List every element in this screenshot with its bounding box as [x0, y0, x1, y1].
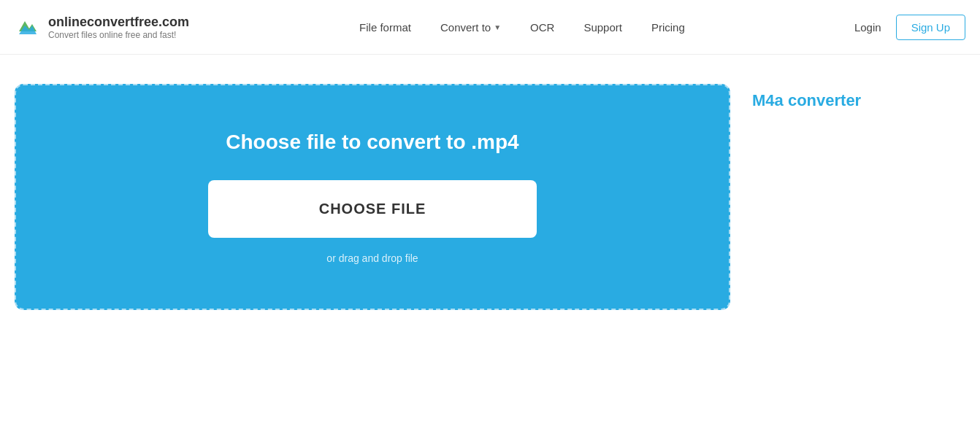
logo-text: onlineconvertfree.com Convert files onli… [48, 15, 189, 40]
auth-area: Login Sign Up [854, 15, 965, 40]
site-tagline: Convert files online free and fast! [48, 30, 189, 40]
nav-pricing[interactable]: Pricing [651, 21, 685, 34]
nav-convert-to[interactable]: Convert to ▼ [440, 21, 501, 34]
signup-button[interactable]: Sign Up [896, 15, 965, 40]
sidebar-converter-title: M4a converter [752, 91, 913, 110]
nav-support[interactable]: Support [583, 21, 622, 34]
drag-drop-hint: or drag and drop file [326, 252, 418, 264]
choose-file-button[interactable]: CHOOSE FILE [208, 180, 537, 238]
header: onlineconvertfree.com Convert files onli… [0, 0, 980, 55]
sidebar: M4a converter [752, 84, 913, 310]
logo-area: onlineconvertfree.com Convert files onli… [15, 14, 190, 40]
nav-file-format[interactable]: File format [359, 21, 411, 34]
main-content: Choose file to convert to .mp4 CHOOSE FI… [0, 55, 980, 325]
nav-ocr[interactable]: OCR [530, 21, 554, 34]
main-nav: File format Convert to ▼ OCR Support Pri… [190, 21, 854, 34]
login-link[interactable]: Login [854, 21, 881, 34]
chevron-down-icon: ▼ [494, 23, 501, 31]
drop-zone-title: Choose file to convert to .mp4 [226, 131, 518, 154]
drop-zone[interactable]: Choose file to convert to .mp4 CHOOSE FI… [15, 84, 730, 310]
site-name: onlineconvertfree.com [48, 15, 189, 30]
upload-section: Choose file to convert to .mp4 CHOOSE FI… [15, 84, 730, 310]
logo-icon [15, 14, 41, 40]
